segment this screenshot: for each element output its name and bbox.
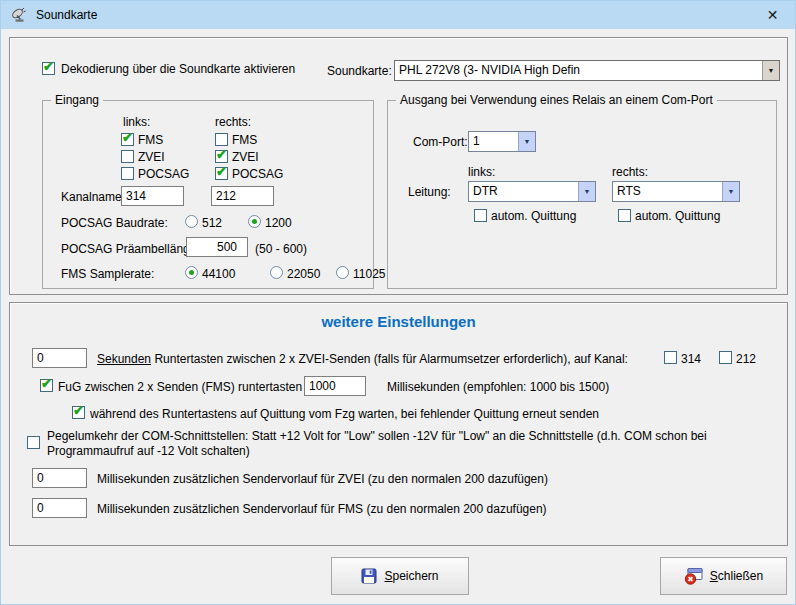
- leitung-links-select[interactable]: DTR: [468, 181, 596, 202]
- leitung-rechts-select[interactable]: RTS: [612, 181, 740, 202]
- leitung-links-header: links:: [468, 165, 495, 179]
- rechts-zvei-label: ZVEI: [232, 150, 259, 164]
- zvei-pause-input[interactable]: [32, 348, 87, 368]
- kanalname-links-input[interactable]: [121, 186, 184, 206]
- baudrate-1200-radio[interactable]: [248, 215, 261, 228]
- top-panel: Dekodierung über die Soundkarte aktivier…: [9, 37, 788, 295]
- leitung-rechts-header: rechts:: [612, 165, 648, 179]
- leitung-links-value: DTR: [469, 182, 578, 201]
- window-close-icon: [684, 567, 703, 585]
- vorlauf-zvei-input[interactable]: [32, 468, 87, 488]
- fug-runtertasten-checkbox[interactable]: [40, 379, 53, 392]
- rechts-fms-label: FMS: [232, 133, 257, 147]
- quittung-warten-label: während des Runtertastens auf Quittung v…: [90, 407, 599, 421]
- baudrate-512-radio[interactable]: [185, 215, 198, 228]
- links-fms-label: FMS: [138, 133, 163, 147]
- pegelumkehr-label: Pegelumkehr der COM-Schnittstellen: Stat…: [47, 429, 747, 459]
- floppy-disk-icon: [361, 568, 377, 584]
- soundkarte-dialog: Soundkarte ✕ Dekodierung über die Soundk…: [0, 0, 796, 605]
- links-pocsag-checkbox[interactable]: [121, 167, 134, 180]
- chevron-down-icon[interactable]: [578, 182, 595, 201]
- comport-select[interactable]: 1: [468, 131, 536, 152]
- close-window-icon[interactable]: ✕: [750, 1, 795, 29]
- links-zvei-label: ZVEI: [138, 150, 165, 164]
- chevron-down-icon[interactable]: [518, 132, 535, 151]
- vorlauf-fms-label: Millisekunden zusätzlichen Sendervorlauf…: [97, 502, 547, 516]
- quittung-warten-checkbox[interactable]: [72, 406, 85, 419]
- quittung-rechts-label: autom. Quittung: [635, 209, 720, 223]
- zvei-pause-label: Sekunden Runtertasten zwischen 2 x ZVEI-…: [97, 352, 628, 366]
- samplerate-label: FMS Samplerate:: [61, 267, 154, 281]
- leitung-label: Leitung:: [408, 185, 451, 199]
- fug-runtertasten-label: FuG zwischen 2 x Senden (FMS) runtertast…: [58, 380, 319, 394]
- rechts-pocsag-label: POCSAG: [232, 167, 283, 181]
- samplerate-11025-label: 11025: [353, 267, 385, 281]
- kanal-212-label: 212: [736, 352, 756, 366]
- samplerate-44100-radio[interactable]: [185, 266, 198, 279]
- eingang-legend: Eingang: [51, 93, 103, 107]
- samplerate-22050-radio[interactable]: [270, 266, 283, 279]
- praeambel-range: (50 - 600): [255, 242, 307, 256]
- baudrate-label: POCSAG Baudrate:: [61, 216, 168, 230]
- rechts-fms-checkbox[interactable]: [215, 133, 228, 146]
- rechts-pocsag-checkbox[interactable]: [215, 167, 228, 180]
- chevron-down-icon[interactable]: [722, 182, 739, 201]
- comport-value: 1: [469, 132, 518, 151]
- comport-label: Com-Port:: [413, 135, 468, 149]
- samplerate-22050-label: 22050: [287, 267, 320, 281]
- ausgang-legend: Ausgang bei Verwendung eines Relais an e…: [396, 93, 717, 107]
- vorlauf-zvei-label: Millisekunden zusätzlichen Sendervorlauf…: [97, 472, 548, 486]
- save-button-label: Speichern: [384, 569, 438, 583]
- decode-label: Dekodierung über die Soundkarte aktivier…: [61, 62, 295, 76]
- settings-panel: weitere Einstellungen Sekunden Runtertas…: [9, 302, 788, 546]
- ausgang-group: Ausgang bei Verwendung eines Relais an e…: [387, 100, 777, 289]
- satellite-dish-icon: [10, 7, 27, 24]
- titlebar: Soundkarte ✕: [1, 1, 795, 29]
- window-title: Soundkarte: [36, 8, 97, 22]
- close-button-label: Schließen: [710, 569, 763, 583]
- links-header: links:: [123, 115, 150, 129]
- quittung-links-label: autom. Quittung: [491, 209, 576, 223]
- links-pocsag-label: POCSAG: [138, 167, 189, 181]
- soundcard-label: Soundkarte:: [327, 64, 392, 78]
- quittung-rechts-checkbox[interactable]: [618, 209, 631, 222]
- praeambel-label: POCSAG Präambellänge:: [61, 242, 200, 256]
- chevron-down-icon[interactable]: [762, 61, 779, 80]
- pegelumkehr-checkbox[interactable]: [27, 436, 40, 449]
- soundcard-select[interactable]: PHL 272V8 (3- NVIDIA High Defin: [394, 60, 780, 81]
- praeambel-input[interactable]: [186, 237, 248, 257]
- fug-millisekunden-hint: Millisekunden (empfohlen: 1000 bis 1500): [387, 380, 609, 394]
- fug-millisekunden-input[interactable]: [304, 376, 366, 396]
- baudrate-512-label: 512: [202, 216, 222, 230]
- settings-title: weitere Einstellungen: [10, 313, 787, 330]
- samplerate-44100-label: 44100: [202, 267, 235, 281]
- kanalname-rechts-input[interactable]: [211, 186, 274, 206]
- rechts-zvei-checkbox[interactable]: [215, 150, 228, 163]
- kanal-314-checkbox[interactable]: [664, 351, 677, 364]
- links-fms-checkbox[interactable]: [121, 133, 134, 146]
- links-zvei-checkbox[interactable]: [121, 150, 134, 163]
- kanal-314-label: 314: [681, 352, 701, 366]
- save-button[interactable]: Speichern: [331, 557, 469, 595]
- leitung-rechts-value: RTS: [613, 182, 722, 201]
- baudrate-1200-label: 1200: [265, 216, 292, 230]
- rechts-header: rechts:: [215, 115, 251, 129]
- eingang-group: Eingang links: rechts: FMS ZVEI POCSAG F…: [42, 100, 374, 289]
- kanal-212-checkbox[interactable]: [719, 351, 732, 364]
- samplerate-11025-radio[interactable]: [336, 266, 349, 279]
- soundcard-value: PHL 272V8 (3- NVIDIA High Defin: [395, 61, 762, 80]
- kanalname-label: Kanalname:: [61, 190, 125, 204]
- close-button[interactable]: Schließen: [660, 557, 787, 595]
- vorlauf-fms-input[interactable]: [32, 498, 87, 518]
- decode-checkbox[interactable]: [42, 62, 55, 75]
- quittung-links-checkbox[interactable]: [474, 209, 487, 222]
